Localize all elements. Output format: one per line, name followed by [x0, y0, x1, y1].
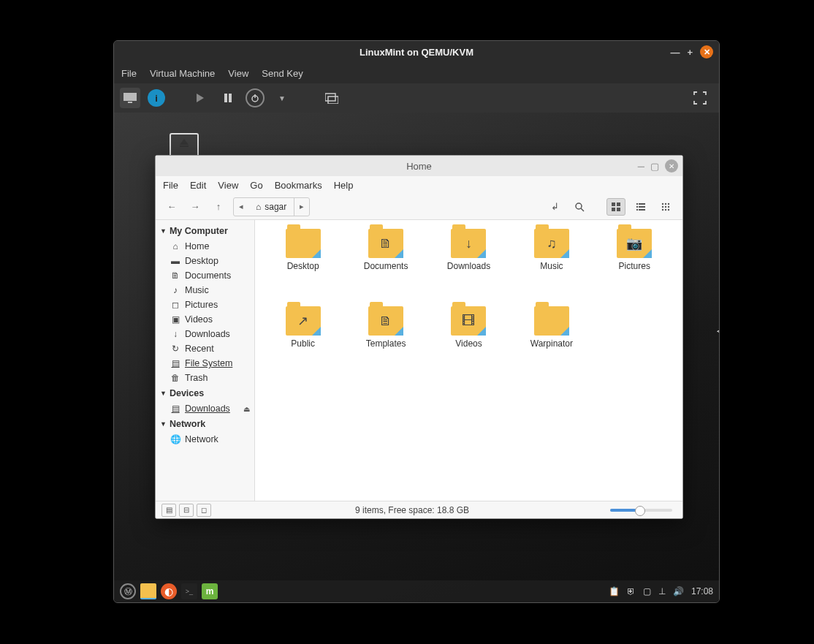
viewport-resize-handle[interactable]: ◁ ▷ [717, 325, 719, 336]
sidebar-item-filesystem[interactable]: ▤File System [156, 356, 254, 371]
menu-file[interactable]: File [121, 68, 137, 79]
sidebar-item-trash[interactable]: 🗑Trash [156, 371, 254, 385]
folder-videos[interactable]: 🎞Videos [430, 306, 508, 379]
sidebar-item-home[interactable]: ⌂Home [156, 239, 254, 254]
folder-documents[interactable]: 🗎Documents [346, 229, 425, 302]
menu-view[interactable]: View [228, 68, 248, 79]
svg-rect-0 [123, 93, 137, 101]
vm-toolbar: i ▼ [114, 83, 719, 113]
sidebar-item-music[interactable]: ♪Music [156, 283, 254, 298]
mint-menu-button[interactable]: Ⓜ [120, 583, 136, 599]
nemo-menu-bookmarks[interactable]: Bookmarks [275, 180, 322, 191]
nemo-menu-help[interactable]: Help [334, 180, 354, 191]
fullscreen-button[interactable] [690, 88, 710, 108]
folder-downloads[interactable]: ↓Downloads [430, 229, 508, 302]
tray-clock[interactable]: 17:08 [691, 586, 713, 596]
sidebar-item-downloads[interactable]: ↓Downloads [156, 327, 254, 341]
taskbar-files[interactable] [140, 583, 156, 599]
nemo-menu-go[interactable]: Go [250, 180, 262, 191]
info-button[interactable]: i [148, 89, 165, 107]
sidebar-item-videos[interactable]: ▣Videos [156, 312, 254, 327]
sidebar-item-documents[interactable]: 🗎Documents [156, 268, 254, 283]
status-text: 9 items, Free space: 18.8 GB [355, 505, 469, 515]
svg-point-26 [668, 205, 669, 207]
sidebar-item-pictures[interactable]: ◻Pictures [156, 298, 254, 312]
nemo-close-button[interactable]: ✕ [665, 159, 678, 173]
power-button[interactable] [246, 88, 265, 107]
folder-templates[interactable]: 🗎Templates [346, 306, 425, 379]
nemo-menu-edit[interactable]: Edit [190, 180, 206, 191]
network-icon: 🌐 [170, 434, 180, 444]
nemo-title-text: Home [406, 161, 432, 172]
nemo-minimize-button[interactable]: ─ [638, 161, 644, 172]
svg-point-27 [662, 208, 663, 210]
compact-view-button[interactable] [656, 198, 675, 216]
taskbar-terminal[interactable]: >_ [181, 583, 197, 599]
menu-virtual-machine[interactable]: Virtual Machine [150, 68, 215, 79]
svg-rect-20 [639, 209, 645, 211]
folder-desktop[interactable]: Desktop [264, 229, 342, 302]
zoom-slider[interactable] [610, 509, 672, 512]
folder-pictures[interactable]: 📷Pictures [596, 229, 674, 302]
downloads-icon: ↓ [170, 329, 180, 339]
sidebar-item-recent[interactable]: ↻Recent [156, 341, 254, 356]
tree-toggle[interactable]: ⊟ [179, 504, 194, 517]
svg-rect-14 [617, 208, 620, 211]
play-button[interactable] [190, 88, 210, 108]
tray-clipboard-icon[interactable]: 📋 [609, 586, 620, 596]
pause-button[interactable] [218, 88, 238, 108]
home-icon: ⌂ [170, 241, 180, 251]
breadcrumb-next[interactable]: ▸ [294, 202, 309, 211]
taskbar-firefox[interactable]: ◐ [161, 583, 177, 599]
sidebar-header-computer[interactable]: ▼My Computer [156, 223, 254, 239]
breadcrumb-prev[interactable]: ◂ [234, 202, 248, 211]
list-view-button[interactable] [631, 198, 650, 216]
camera-icon: 📷 [626, 235, 642, 251]
nemo-menu-file[interactable]: File [163, 180, 178, 191]
drive-icon: ▤ [170, 404, 180, 414]
sidebar-header-devices[interactable]: ▼Devices [156, 385, 254, 401]
eject-icon[interactable]: ⏏ [243, 405, 250, 413]
sidebar-header-network[interactable]: ▼Network [156, 416, 254, 432]
folder-warpinator[interactable]: Warpinator [512, 306, 590, 379]
taskbar-mint[interactable]: m [202, 583, 218, 599]
folder-public[interactable]: ↗Public [264, 306, 342, 379]
nemo-menu-view[interactable]: View [218, 180, 238, 191]
icon-view-button[interactable] [606, 198, 625, 216]
maximize-button[interactable]: + [687, 47, 693, 58]
console-button[interactable] [120, 88, 140, 108]
svg-point-21 [662, 202, 663, 204]
svg-rect-6 [325, 94, 335, 101]
svg-rect-7 [328, 96, 338, 104]
search-button[interactable] [570, 198, 589, 216]
nav-forward-button[interactable]: → [186, 198, 204, 216]
folder-music[interactable]: ♫Music [512, 229, 590, 302]
videos-icon: ▣ [170, 314, 180, 325]
menu-send-key[interactable]: Send Key [262, 68, 303, 79]
nav-up-button[interactable]: ↑ [210, 198, 227, 216]
screenshot-button[interactable] [322, 88, 342, 108]
sidebar-item-network[interactable]: 🌐Network [156, 432, 254, 447]
nav-back-button[interactable]: ← [163, 198, 180, 216]
power-dropdown[interactable]: ▼ [272, 88, 292, 108]
pictures-icon: ◻ [170, 300, 180, 310]
places-toggle[interactable]: ▤ [161, 504, 176, 517]
tray-volume-icon[interactable]: 🔊 [673, 586, 684, 596]
tray-display-icon[interactable]: ▢ [643, 586, 651, 596]
svg-point-9 [576, 203, 582, 209]
nemo-titlebar[interactable]: Home ─ ▢ ✕ [156, 156, 682, 176]
svg-point-29 [668, 208, 669, 210]
recent-icon: ↻ [170, 344, 180, 354]
vm-titlebar[interactable]: LinuxMint on QEMU/KVM — + ✕ [114, 41, 719, 63]
tray-network-icon[interactable]: ⊥ [658, 586, 666, 596]
toggle-location-button[interactable]: ↲ [545, 198, 564, 216]
tray-shield-icon[interactable]: ⛨ [627, 586, 636, 596]
svg-rect-18 [639, 206, 645, 208]
close-button[interactable]: ✕ [700, 45, 713, 58]
breadcrumb-home[interactable]: ⌂ sagar [248, 198, 294, 216]
minimize-button[interactable]: — [670, 47, 680, 58]
nemo-maximize-button[interactable]: ▢ [650, 161, 659, 172]
sidebar-item-device-downloads[interactable]: ▤Downloads⏏ [156, 401, 254, 416]
close-sidebar-toggle[interactable]: ◻ [197, 504, 211, 517]
sidebar-item-desktop[interactable]: ▬Desktop [156, 254, 254, 268]
